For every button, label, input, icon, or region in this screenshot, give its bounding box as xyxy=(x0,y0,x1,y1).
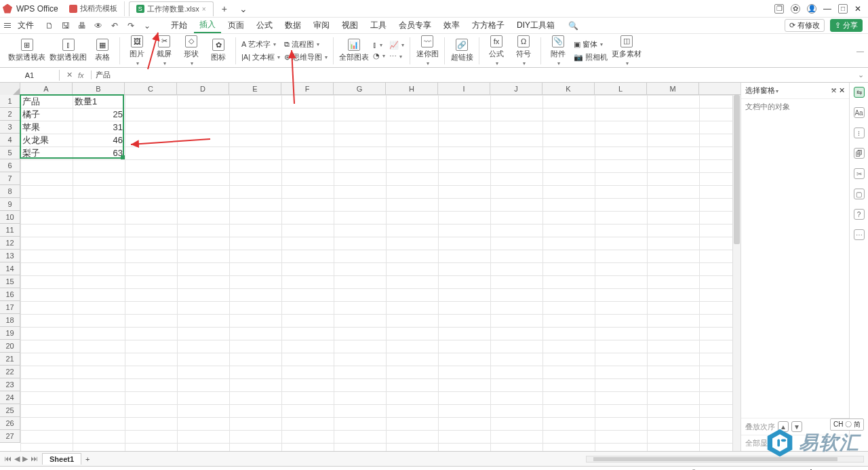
col-M[interactable]: M xyxy=(647,83,699,94)
camera-button[interactable]: 📷 照相机 xyxy=(574,52,608,62)
picture-button[interactable]: 🖼图片 xyxy=(125,35,149,66)
tab-view[interactable]: 视图 xyxy=(336,18,363,33)
row-3[interactable]: 3 xyxy=(0,121,20,134)
row-7[interactable]: 7 xyxy=(0,172,20,185)
tab-review[interactable]: 审阅 xyxy=(308,18,335,33)
row-12[interactable]: 12 xyxy=(0,237,20,250)
col-J[interactable]: J xyxy=(490,83,542,94)
first-sheet-icon[interactable]: ⏮ xyxy=(4,454,12,463)
add-sheet-button[interactable]: + xyxy=(81,455,94,463)
tab-formula[interactable]: 公式 xyxy=(251,18,278,33)
screenshot-button[interactable]: ✂截屏 xyxy=(153,35,176,66)
row-26[interactable]: 26 xyxy=(0,417,20,430)
row-19[interactable]: 19 xyxy=(0,327,20,340)
share-button[interactable]: ⇪ 分享 xyxy=(830,19,863,32)
mindmap-button[interactable]: ⊛ 思维导图 xyxy=(284,52,328,62)
col-G[interactable]: G xyxy=(334,83,386,94)
cell-B5[interactable]: 63 xyxy=(73,146,125,159)
row-9[interactable]: 9 xyxy=(0,198,20,211)
attachment-button[interactable]: 📎附件 xyxy=(547,35,570,66)
next-sheet-icon[interactable]: ▶ xyxy=(22,454,28,463)
row-14[interactable]: 14 xyxy=(0,262,20,275)
maximize-button[interactable]: □ xyxy=(838,4,848,14)
row-8[interactable]: 8 xyxy=(0,185,20,198)
pivot-chart-button[interactable]: ⫿数据透视图 xyxy=(50,39,87,62)
more-icon[interactable]: ⋯ xyxy=(854,229,865,240)
close-button[interactable]: ✕ xyxy=(854,4,861,14)
col-F[interactable]: F xyxy=(281,83,334,94)
panel-title[interactable]: 选择窗格 xyxy=(745,85,778,96)
save-icon[interactable]: 🖫 xyxy=(61,21,71,31)
tab-template[interactable]: 找稻壳模板 xyxy=(62,1,125,16)
tab-close-icon[interactable]: × xyxy=(202,5,206,13)
icons-button[interactable]: ✿图标 xyxy=(207,39,230,62)
wordart-button[interactable]: A 艺术字 xyxy=(241,39,280,50)
col-B[interactable]: B xyxy=(73,83,125,94)
tab-member[interactable]: 会员专享 xyxy=(393,18,437,33)
row-21[interactable]: 21 xyxy=(0,353,20,366)
bookmark-icon[interactable]: ▢ xyxy=(854,189,865,199)
more-material-button[interactable]: ◫更多素材 xyxy=(612,35,642,66)
prev-sheet-icon[interactable]: ◀ xyxy=(14,454,20,463)
row-25[interactable]: 25 xyxy=(0,404,20,417)
last-sheet-icon[interactable]: ⏭ xyxy=(31,454,38,463)
add-tab-button[interactable]: + xyxy=(218,3,231,14)
tab-fangfang[interactable]: 方方格子 xyxy=(467,18,510,33)
collapse-ribbon-icon[interactable]: — xyxy=(856,47,864,55)
fx-icon[interactable]: fx xyxy=(78,71,84,79)
row-20[interactable]: 20 xyxy=(0,340,20,353)
sparkline-button[interactable]: 〰迷你图 xyxy=(416,35,439,66)
window-multi-icon[interactable]: ❐ xyxy=(774,4,784,14)
equation-button[interactable]: fx公式 xyxy=(485,35,508,66)
shapes-button[interactable]: ◇形状 xyxy=(180,35,203,66)
row-18[interactable]: 18 xyxy=(0,314,20,327)
row-1[interactable]: 1 xyxy=(0,95,20,108)
tab-start[interactable]: 开始 xyxy=(165,18,193,33)
hamburger-icon[interactable] xyxy=(3,22,12,29)
col-K[interactable]: K xyxy=(542,83,595,94)
flowchart-button[interactable]: ⧉ 流程图 xyxy=(284,39,328,50)
line-chart-icon[interactable]: 📈 xyxy=(389,41,404,50)
cell-B1[interactable]: 数量1 xyxy=(73,95,125,108)
search-icon[interactable]: 🔍 xyxy=(568,21,578,31)
col-I[interactable]: I xyxy=(438,83,490,94)
preview-icon[interactable]: 👁 xyxy=(94,21,103,31)
row-2[interactable]: 2 xyxy=(0,108,20,121)
row-23[interactable]: 23 xyxy=(0,378,20,391)
col-C[interactable]: C xyxy=(125,83,177,94)
pie-chart-icon[interactable]: ◔ xyxy=(373,52,385,60)
cell-A4[interactable]: 火龙果 xyxy=(20,134,73,146)
modify-badge[interactable]: ⟳ 有修改 xyxy=(785,19,825,32)
symbol-button[interactable]: Ω符号 xyxy=(512,35,535,66)
textbox-button[interactable]: |A| 文本框 xyxy=(241,52,280,62)
row-11[interactable]: 11 xyxy=(0,224,20,237)
filter-icon[interactable]: ⫶ xyxy=(854,128,865,138)
qat-dropdown-icon[interactable]: ⌄ xyxy=(142,21,152,31)
hyperlink-button[interactable]: 🔗超链接 xyxy=(450,39,473,62)
col-A[interactable]: A xyxy=(20,83,73,94)
row-17[interactable]: 17 xyxy=(0,301,20,314)
row-10[interactable]: 10 xyxy=(0,211,20,224)
tab-insert[interactable]: 插入 xyxy=(194,18,221,33)
row-16[interactable]: 16 xyxy=(0,288,20,301)
spreadsheet[interactable]: A B C D E F G H I J K L M 12345678910111… xyxy=(0,83,741,451)
style-icon[interactable]: Aa xyxy=(854,107,865,118)
tab-tools[interactable]: 工具 xyxy=(365,18,392,33)
cells-area[interactable]: 产品 数量1 橘子 25 苹果 31 火龙果 46 梨子 63 xyxy=(20,95,732,451)
row-22[interactable]: 22 xyxy=(0,366,20,378)
expand-formula-icon[interactable]: ⌄ xyxy=(854,71,868,79)
col-D[interactable]: D xyxy=(177,83,229,94)
cell-A2[interactable]: 橘子 xyxy=(20,108,73,121)
name-box[interactable]: A1 xyxy=(0,70,60,81)
toggle-pane-icon[interactable]: ⇆ xyxy=(854,87,865,98)
pin-icon[interactable]: ⤧ xyxy=(831,86,837,94)
col-H[interactable]: H xyxy=(386,83,438,94)
cell-A3[interactable]: 苹果 xyxy=(20,121,73,134)
cell-A5[interactable]: 梨子 xyxy=(20,146,73,159)
all-charts-button[interactable]: 📊全部图表 xyxy=(339,39,369,62)
user-avatar-icon[interactable]: 👤 xyxy=(807,4,816,14)
tab-workbook[interactable]: S 工作簿数量.xlsx × xyxy=(129,1,214,16)
help-icon[interactable]: ? xyxy=(854,209,865,220)
cell-A1[interactable]: 产品 xyxy=(20,95,73,108)
column-chart-icon[interactable]: ⫿ xyxy=(373,41,385,49)
